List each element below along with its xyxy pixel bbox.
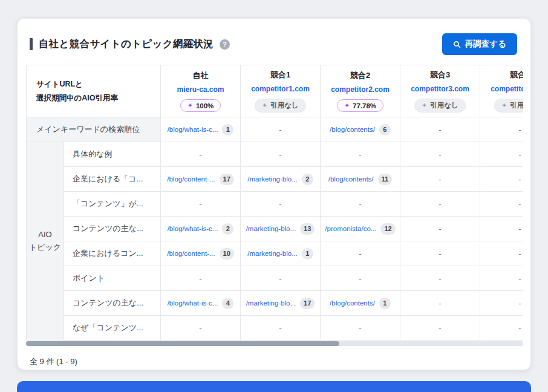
data-cell: - (400, 142, 480, 167)
citation-count-badge: 11 (378, 174, 393, 185)
site-domain-link[interactable]: competitor3.com (400, 85, 480, 93)
data-cell: - (400, 241, 480, 266)
horizontal-scrollbar-thumb[interactable] (26, 341, 339, 346)
aio-citation-rate-badge: ✦引用なし (494, 99, 523, 113)
card-header: 自社と競合サイトのトピック網羅状況 ? 再調査する (26, 33, 522, 55)
aio-citation-rate-text: 77.78% (353, 102, 376, 109)
page-url-link[interactable]: /promonista/co... (325, 225, 376, 232)
empty-dash: - (518, 299, 521, 308)
data-cell: /marketing-blo...13 (241, 217, 321, 241)
citation-count-badge: 17 (220, 174, 234, 185)
table-row: 「コンテンツ」が...----- (27, 192, 524, 217)
resurvey-button[interactable]: 再調査する (442, 33, 517, 55)
data-cell: - (161, 142, 241, 167)
empty-dash: - (518, 125, 521, 134)
aio-group-line2: トピック (27, 241, 64, 254)
site-type-label: 競合2 (321, 70, 400, 81)
row-label-topic: 具体的な例 (64, 142, 161, 167)
empty-dash: - (279, 125, 281, 134)
citation-count-badge: 2 (222, 223, 233, 235)
site-domain-link[interactable]: mieru-ca.com (161, 85, 240, 94)
table-row: コンテンツの主な.../blog/what-is-c...2/marketing… (27, 217, 524, 241)
data-cell: /blog/content-...10 (161, 241, 241, 266)
empty-dash: - (199, 150, 201, 159)
empty-dash: - (279, 200, 281, 209)
empty-dash: - (279, 274, 281, 283)
citation-count-badge: 10 (220, 248, 234, 260)
row-label-topic: 企業における「コ... (64, 167, 161, 192)
site-type-label: 自社 (161, 70, 240, 81)
page-url-link[interactable]: /blog/contents/ (328, 175, 374, 183)
row-label-main-keyword: メインキーワードの検索順位 (27, 117, 161, 142)
citation-count-badge: 6 (379, 124, 391, 136)
resurvey-button-label: 再調査する (465, 39, 506, 50)
data-cell: /marketing-blo...2 (241, 167, 321, 192)
data-cell: - (241, 266, 321, 291)
data-cell: - (480, 241, 524, 266)
data-cell: - (480, 316, 524, 341)
site-domain-link[interactable]: competitor2.com (321, 85, 400, 94)
data-cell: - (400, 217, 480, 241)
data-cell: /blog/what-is-c...2 (161, 217, 241, 241)
row-label-topic: コンテンツの主な... (64, 291, 161, 316)
empty-dash: - (518, 224, 521, 234)
page-url-link[interactable]: /blog/what-is-c... (168, 126, 218, 133)
sparkle-icon: ✦ (262, 102, 267, 109)
page-url-link[interactable]: /marketing-blo... (247, 175, 297, 183)
empty-dash: - (359, 274, 361, 283)
column-header-4: 競合4competitor4.com✦引用なし (480, 65, 524, 117)
aio-citation-rate-text: 引用なし (510, 101, 523, 110)
aio-citation-rate-text: 引用なし (430, 101, 458, 110)
page-url-link[interactable]: /marketing-blo... (246, 299, 296, 307)
corner-header-line2: 選択期間中のAIO引用率 (36, 91, 160, 105)
empty-dash: - (439, 175, 441, 184)
empty-dash: - (518, 324, 521, 333)
table-row: ポイント----- (27, 266, 524, 291)
corner-header-line1: サイトURLと (36, 77, 160, 91)
empty-dash: - (359, 249, 361, 258)
coverage-table-viewport: サイトURLと選択期間中のAIO引用率自社mieru-ca.com✦100%競合… (26, 65, 523, 341)
title-accent-bar (30, 38, 33, 50)
title-wrap: 自社と競合サイトのトピック網羅状況 ? (30, 38, 230, 51)
empty-dash: - (359, 324, 361, 333)
page-url-link[interactable]: /blog/content-... (167, 175, 215, 183)
site-domain-link[interactable]: competitor1.com (241, 85, 320, 93)
aio-citation-rate-badge: ✦引用なし (255, 99, 306, 113)
citation-count-badge: 2 (302, 174, 313, 185)
page-url-link[interactable]: /blog/content-... (167, 250, 215, 257)
data-cell: /blog/what-is-c...1 (161, 117, 241, 142)
citation-count-badge: 1 (379, 298, 391, 309)
citation-count-badge: 1 (302, 248, 313, 260)
empty-dash: - (439, 324, 441, 333)
data-cell: - (480, 217, 524, 241)
site-type-label: 競合4 (480, 70, 523, 80)
empty-dash: - (439, 224, 441, 234)
help-icon[interactable]: ? (220, 39, 230, 50)
aio-group-line1: AIO (27, 229, 64, 241)
page-url-link[interactable]: /marketing-blo... (246, 225, 296, 232)
data-cell: - (400, 316, 480, 341)
data-cell: /blog/content-...17 (161, 167, 241, 192)
page-url-link[interactable]: /marketing-blo... (247, 250, 297, 257)
data-cell: - (161, 266, 241, 291)
empty-dash: - (279, 324, 281, 333)
table-row: コンテンツの主な.../blog/what-is-c...4/marketing… (27, 291, 524, 316)
empty-dash: - (439, 299, 441, 308)
empty-dash: - (199, 324, 201, 333)
data-cell: - (480, 142, 524, 167)
row-label-topic: 「コンテンツ」が... (64, 192, 161, 217)
horizontal-scrollbar[interactable] (26, 341, 523, 346)
page-url-link[interactable]: /blog/contents/ (330, 126, 375, 133)
data-cell: - (241, 117, 321, 142)
sparkle-icon: ✦ (422, 102, 427, 109)
coverage-card: 自社と競合サイトのトピック網羅状況 ? 再調査する サイトURLと選択期間中のA… (17, 18, 531, 370)
site-domain-link[interactable]: competitor4.com (480, 85, 523, 93)
data-cell: - (321, 266, 400, 291)
page-url-link[interactable]: /blog/what-is-c... (168, 299, 218, 307)
data-cell: - (480, 117, 524, 142)
page-url-link[interactable]: /blog/what-is-c... (168, 225, 218, 232)
data-cell: - (161, 192, 241, 217)
data-cell: - (480, 192, 524, 217)
page-url-link[interactable]: /blog/contents/ (330, 299, 375, 307)
data-cell: - (400, 167, 480, 192)
